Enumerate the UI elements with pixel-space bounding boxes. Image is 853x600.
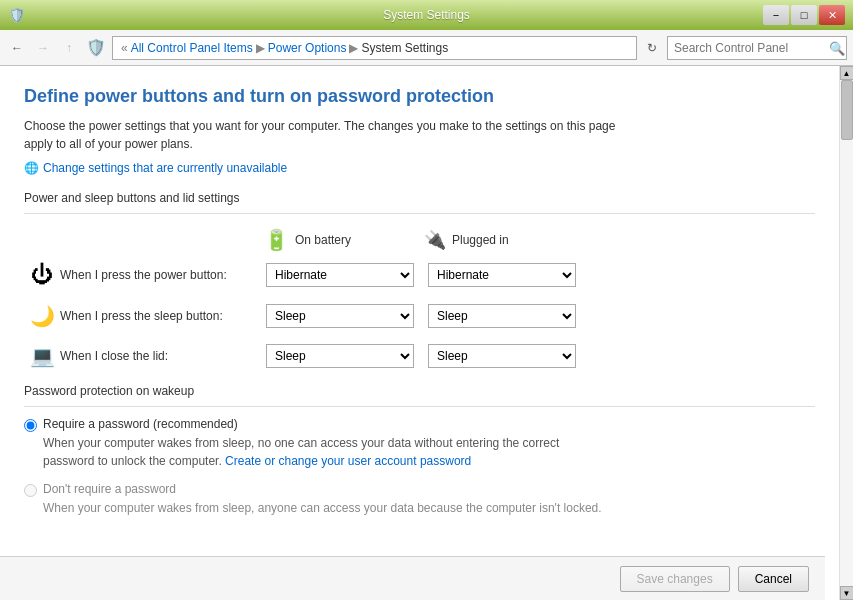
save-button[interactable]: Save changes [620, 566, 730, 592]
power-icon: ⏻ [24, 262, 60, 288]
no-password-title: Don't require a password [43, 482, 602, 496]
app-small-icon: 🛡️ [86, 38, 106, 57]
password-section: Password protection on wakeup Require a … [24, 384, 815, 517]
back-button[interactable]: ← [6, 37, 28, 59]
lid-icon: 💻 [24, 344, 60, 368]
content-area: Define power buttons and turn on passwor… [0, 66, 839, 600]
require-password-desc: When your computer wakes from sleep, no … [43, 434, 603, 470]
lid-row: 💻 When I close the lid: Do nothing Sleep… [24, 344, 815, 368]
scroll-up-button[interactable]: ▲ [840, 66, 854, 80]
breadcrumb-current: System Settings [361, 41, 448, 55]
globe-icon: 🌐 [24, 161, 39, 175]
forward-button[interactable]: → [32, 37, 54, 59]
lid-battery-select[interactable]: Do nothing Sleep Hibernate Shut down Tur… [266, 344, 414, 368]
main-window: Define power buttons and turn on passwor… [0, 66, 853, 600]
title-bar: 🛡️ System Settings − □ ✕ [0, 0, 853, 30]
battery-header: 🔋 On battery [264, 228, 424, 252]
require-password-option: Require a password (recommended) When yo… [24, 417, 815, 470]
page-title: Define power buttons and turn on passwor… [24, 86, 815, 107]
refresh-button[interactable]: ↻ [641, 37, 663, 59]
breadcrumb-control-panel[interactable]: All Control Panel Items [131, 41, 253, 55]
require-password-radio[interactable] [24, 419, 37, 432]
power-section-title: Power and sleep buttons and lid settings [24, 191, 815, 214]
power-button-row: ⏻ When I press the power button: Do noth… [24, 262, 815, 288]
power-plugged-select[interactable]: Do nothing Sleep Hibernate Shut down Tur… [428, 263, 576, 287]
password-section-title: Password protection on wakeup [24, 384, 815, 407]
cancel-button[interactable]: Cancel [738, 566, 809, 592]
lid-label: When I close the lid: [60, 349, 266, 363]
plugged-header: 🔌 Plugged in [424, 228, 584, 252]
up-button[interactable]: ↑ [58, 37, 80, 59]
search-wrapper: 🔍 [667, 36, 847, 60]
search-input[interactable] [667, 36, 847, 60]
sleep-icon: 🌙 [24, 304, 60, 328]
maximize-button[interactable]: □ [791, 5, 817, 25]
close-button[interactable]: ✕ [819, 5, 845, 25]
scrollbar: ▲ ▼ [839, 66, 853, 600]
bottom-bar: Save changes Cancel [0, 556, 825, 600]
plug-icon: 🔌 [424, 229, 446, 251]
title-bar-left: 🛡️ [8, 7, 25, 23]
require-password-title: Require a password (recommended) [43, 417, 603, 431]
title-bar-controls: − □ ✕ [763, 5, 845, 25]
scroll-track[interactable] [840, 80, 853, 586]
minimize-button[interactable]: − [763, 5, 789, 25]
sleep-battery-select[interactable]: Do nothing Sleep Hibernate Shut down Tur… [266, 304, 414, 328]
power-battery-select[interactable]: Do nothing Sleep Hibernate Shut down Tur… [266, 263, 414, 287]
sleep-button-label: When I press the sleep button: [60, 309, 266, 323]
sleep-plugged-select[interactable]: Do nothing Sleep Hibernate Shut down Tur… [428, 304, 576, 328]
app-icon: 🛡️ [8, 7, 25, 23]
no-password-radio[interactable] [24, 484, 37, 497]
scroll-down-button[interactable]: ▼ [840, 586, 854, 600]
create-password-link[interactable]: Create or change your user account passw… [225, 454, 471, 468]
no-password-option: Don't require a password When your compu… [24, 482, 815, 517]
sleep-button-row: 🌙 When I press the sleep button: Do noth… [24, 304, 815, 328]
search-button[interactable]: 🔍 [829, 40, 845, 55]
change-settings-link[interactable]: 🌐 Change settings that are currently una… [24, 161, 815, 175]
address-path: « All Control Panel Items ▶ Power Option… [112, 36, 637, 60]
lid-plugged-select[interactable]: Do nothing Sleep Hibernate Shut down Tur… [428, 344, 576, 368]
no-password-desc: When your computer wakes from sleep, any… [43, 499, 602, 517]
breadcrumb-power-options[interactable]: Power Options [268, 41, 347, 55]
scroll-thumb[interactable] [841, 80, 853, 140]
battery-icon: 🔋 [264, 228, 289, 252]
window-title: System Settings [0, 8, 853, 22]
power-table-header: 🔋 On battery 🔌 Plugged in [24, 228, 815, 252]
power-button-label: When I press the power button: [60, 268, 266, 282]
page-description: Choose the power settings that you want … [24, 117, 644, 153]
address-bar: ← → ↑ 🛡️ « All Control Panel Items ▶ Pow… [0, 30, 853, 66]
